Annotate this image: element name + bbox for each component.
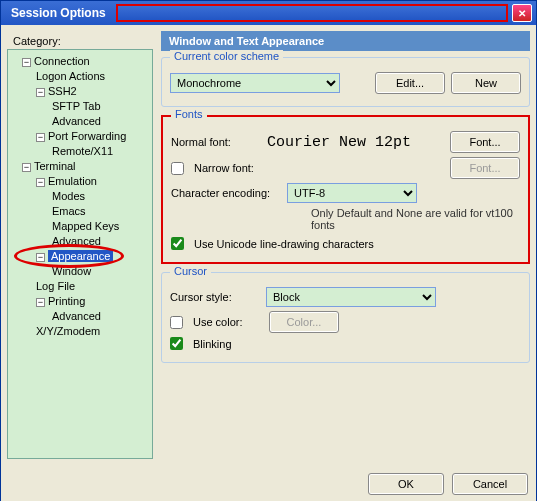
tree-terminal[interactable]: Terminal	[34, 160, 76, 172]
tree-sftp-tab[interactable]: SFTP Tab	[52, 100, 101, 112]
collapse-icon[interactable]: −	[36, 178, 45, 187]
blinking-checkbox[interactable]	[170, 337, 183, 350]
close-icon: ✕	[518, 8, 526, 19]
tree-port-forwarding[interactable]: Port Forwarding	[48, 130, 126, 142]
unicode-linedraw-checkbox[interactable]	[171, 237, 184, 250]
color-scheme-legend: Current color scheme	[170, 50, 283, 62]
ok-button[interactable]: OK	[368, 473, 444, 495]
encoding-label: Character encoding:	[171, 187, 281, 199]
tree-ssh2[interactable]: SSH2	[48, 85, 77, 97]
tree-modes[interactable]: Modes	[52, 190, 85, 202]
tree-ssh2-advanced[interactable]: Advanced	[52, 115, 101, 127]
tree-remote-x11[interactable]: Remote/X11	[52, 145, 113, 157]
tree-log-file[interactable]: Log File	[36, 280, 75, 292]
tree-appearance[interactable]: Appearance	[48, 250, 113, 262]
normal-font-label: Normal font:	[171, 136, 261, 148]
fonts-group: Fonts Normal font: Courier New 12pt Font…	[161, 115, 530, 264]
main-panel: Window and Text Appearance Current color…	[161, 31, 530, 459]
narrow-font-button: Font...	[450, 157, 520, 179]
color-scheme-select[interactable]: Monochrome	[170, 73, 340, 93]
title-highlight-box	[116, 4, 508, 22]
use-color-checkbox[interactable]	[170, 316, 183, 329]
tree-printing-advanced[interactable]: Advanced	[52, 310, 101, 322]
category-label: Category:	[7, 31, 153, 49]
collapse-icon[interactable]: −	[22, 163, 31, 172]
fonts-legend: Fonts	[171, 108, 207, 120]
tree-connection[interactable]: Connection	[34, 55, 90, 67]
dialog-footer: OK Cancel	[1, 465, 536, 501]
unicode-linedraw-label: Use Unicode line-drawing characters	[194, 238, 374, 250]
tree-window[interactable]: Window	[52, 265, 91, 277]
cursor-style-label: Cursor style:	[170, 291, 260, 303]
panel-title: Window and Text Appearance	[161, 31, 530, 51]
narrow-font-checkbox[interactable]	[171, 162, 184, 175]
category-tree[interactable]: −Connection Logon Actions −SSH2 SFTP Tab…	[7, 49, 153, 459]
use-color-label: Use color:	[193, 316, 263, 328]
close-button[interactable]: ✕	[512, 4, 532, 22]
titlebar: Session Options ✕	[1, 1, 536, 25]
tree-emacs[interactable]: Emacs	[52, 205, 86, 217]
collapse-icon[interactable]: −	[22, 58, 31, 67]
session-options-dialog: Session Options ✕ Category: −Connection …	[0, 0, 537, 501]
dialog-title: Session Options	[5, 6, 112, 20]
narrow-font-label: Narrow font:	[194, 162, 254, 174]
cancel-button[interactable]: Cancel	[452, 473, 528, 495]
cursor-group: Cursor Cursor style: Block Use color: Co…	[161, 272, 530, 363]
tree-emulation-advanced[interactable]: Advanced	[52, 235, 101, 247]
tree-mapped-keys[interactable]: Mapped Keys	[52, 220, 119, 232]
tree-printing[interactable]: Printing	[48, 295, 85, 307]
normal-font-button[interactable]: Font...	[450, 131, 520, 153]
blinking-label: Blinking	[193, 338, 232, 350]
tree-emulation[interactable]: Emulation	[48, 175, 97, 187]
collapse-icon[interactable]: −	[36, 88, 45, 97]
normal-font-sample: Courier New 12pt	[267, 134, 444, 151]
collapse-icon[interactable]: −	[36, 253, 45, 262]
collapse-icon[interactable]: −	[36, 298, 45, 307]
color-scheme-group: Current color scheme Monochrome Edit... …	[161, 57, 530, 107]
cursor-style-select[interactable]: Block	[266, 287, 436, 307]
collapse-icon[interactable]: −	[36, 133, 45, 142]
edit-scheme-button[interactable]: Edit...	[375, 72, 445, 94]
tree-xy-zmodem[interactable]: X/Y/Zmodem	[36, 325, 100, 337]
encoding-note: Only Default and None are valid for vt10…	[171, 207, 520, 231]
encoding-select[interactable]: UTF-8	[287, 183, 417, 203]
new-scheme-button[interactable]: New	[451, 72, 521, 94]
tree-logon-actions[interactable]: Logon Actions	[36, 70, 105, 82]
cursor-legend: Cursor	[170, 265, 211, 277]
cursor-color-button: Color...	[269, 311, 339, 333]
